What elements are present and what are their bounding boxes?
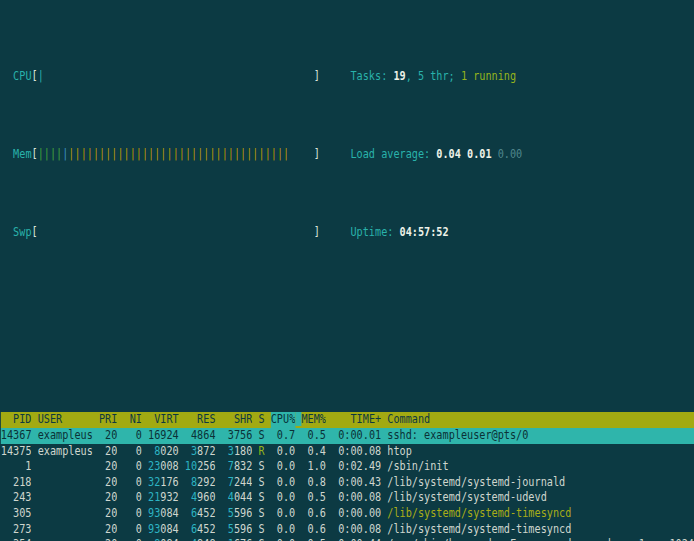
- time-cell: 0:00.43: [332, 475, 381, 491]
- pid-cell: 273: [1, 522, 32, 538]
- nice-cell: 0: [124, 475, 142, 491]
- cpu-meter-close-bracket: ]: [314, 69, 320, 83]
- column-header-time[interactable]: TIME+: [332, 412, 381, 428]
- tasks-running: 1 running: [461, 69, 516, 83]
- process-row[interactable]: 273 20 0 93084 6452 5596 S 0.0 0.6 0:00.…: [1, 522, 694, 538]
- pid-cell: 218: [1, 475, 32, 491]
- column-header-user[interactable]: USER: [38, 412, 93, 428]
- mem-percent-cell: 0.5: [301, 490, 326, 506]
- nice-cell: 0: [124, 537, 142, 541]
- process-row[interactable]: 354 20 0 8084 4848 1676 S 0.0 0.5 0:00.4…: [1, 537, 694, 541]
- blank-line: [1, 288, 694, 304]
- cpu-meter-line: CPU[|]Tasks: 19, 5 thr; 1 running: [1, 69, 694, 85]
- column-header-command[interactable]: Command: [387, 412, 694, 428]
- res-cell: 6452: [185, 522, 216, 538]
- virt-cell: 21932: [148, 490, 179, 506]
- mem-percent-cell: 0.5: [301, 428, 326, 444]
- process-row[interactable]: 305 20 0 93084 6452 5596 S 0.0 0.6 0:00.…: [1, 506, 694, 522]
- nice-cell: 0: [124, 522, 142, 538]
- htop-terminal-screen: CPU[|]Tasks: 19, 5 thr; 1 running Mem[||…: [0, 0, 694, 541]
- column-header-ni[interactable]: NI: [124, 412, 142, 428]
- uptime-label: Uptime:: [350, 225, 399, 239]
- priority-cell: 20: [99, 522, 117, 538]
- command-cell: /lib/systemd/systemd-timesyncd: [387, 522, 694, 538]
- mem-meter-label: Mem: [13, 147, 31, 161]
- mem-percent-cell: 0.6: [301, 522, 326, 538]
- load-fifteen: 0.00: [498, 147, 523, 161]
- mem-cache-bar: ||||||||||||||||||||||||||||||||||||: [68, 147, 289, 161]
- cpu-bar-fill: |: [38, 69, 44, 83]
- shr-cell: 5596: [222, 522, 253, 538]
- uptime-value: 04:57:52: [400, 225, 449, 239]
- res-cell: 4864: [185, 428, 216, 444]
- res-cell: 8292: [185, 475, 216, 491]
- process-row[interactable]: 14367 exampleus 20 0 16924 4864 3756 S 0…: [1, 428, 694, 444]
- cpu-percent-cell: 0.0: [271, 444, 296, 460]
- table-header-row: PID USER PRI NI VIRT RES SHR S CPU% MEM%…: [1, 412, 694, 428]
- load-five: 0.01: [467, 147, 498, 161]
- cpu-meter-label: CPU: [13, 69, 31, 83]
- mem-meter-line: Mem[||||||||||||||||||||||||||||||||||||…: [1, 147, 694, 163]
- swp-meter-close-bracket: ]: [314, 225, 320, 239]
- process-row[interactable]: 218 20 0 32176 8292 7244 S 0.0 0.8 0:00.…: [1, 475, 694, 491]
- res-cell: 3872: [185, 444, 216, 460]
- tasks-threads: 5 thr: [418, 69, 449, 83]
- uptime-stat: Uptime: 04:57:52: [350, 225, 448, 241]
- command-cell: sshd: exampleuser@pts/0: [387, 428, 694, 444]
- shr-cell: 3756: [222, 428, 253, 444]
- virt-cell: 16924: [148, 428, 179, 444]
- column-header-virt[interactable]: VIRT: [148, 412, 179, 428]
- cpu-percent-cell: 0.7: [271, 428, 296, 444]
- cpu-percent-cell: 0.0: [271, 506, 296, 522]
- shr-cell: 1676: [222, 537, 253, 541]
- command-cell: /lib/systemd/systemd-udevd: [387, 490, 694, 506]
- swp-meter-open-bracket: [: [32, 225, 38, 239]
- process-row[interactable]: 243 20 0 21932 4960 4044 S 0.0 0.5 0:00.…: [1, 490, 694, 506]
- virt-cell: 32176: [148, 475, 179, 491]
- virt-cell: 8020: [148, 444, 179, 460]
- priority-cell: 20: [99, 490, 117, 506]
- column-header-shr[interactable]: SHR: [222, 412, 253, 428]
- virt-cell: 23008: [148, 459, 179, 475]
- time-cell: 0:00.44: [332, 537, 381, 541]
- swp-meter-line: Swp[]Uptime: 04:57:52: [1, 225, 694, 241]
- column-header-pri[interactable]: PRI: [99, 412, 117, 428]
- pid-cell: 1: [1, 459, 32, 475]
- process-row[interactable]: 14375 exampleus 20 0 8020 3872 3180 R 0.…: [1, 444, 694, 460]
- cpu-percent-cell: 0.0: [271, 459, 296, 475]
- res-cell: 4848: [185, 537, 216, 541]
- process-table: PID USER PRI NI VIRT RES SHR S CPU% MEM%…: [1, 412, 694, 541]
- virt-cell: 93084: [148, 522, 179, 538]
- cpu-percent-cell: 0.0: [271, 522, 296, 538]
- column-header-pid[interactable]: PID: [1, 412, 32, 428]
- mem-meter-close-bracket: ]: [314, 147, 320, 161]
- load-one: 0.04: [436, 147, 467, 161]
- priority-cell: 20: [99, 537, 117, 541]
- mem-percent-cell: 0.8: [301, 475, 326, 491]
- tasks-stat: Tasks: 19, 5 thr; 1 running: [350, 69, 516, 85]
- res-cell: 6452: [185, 506, 216, 522]
- mem-percent-cell: 0.4: [301, 444, 326, 460]
- time-cell: 0:00.08: [332, 490, 381, 506]
- process-row[interactable]: 1 20 0 23008 10256 7832 S 0.0 1.0 0:02.4…: [1, 459, 694, 475]
- time-cell: 0:02.49: [332, 459, 381, 475]
- column-header-cpu[interactable]: CPU%: [271, 412, 296, 428]
- user-cell: exampleus: [38, 444, 93, 460]
- shr-cell: 3180: [222, 444, 253, 460]
- load-label: Load average:: [350, 147, 436, 161]
- nice-cell: 0: [124, 428, 142, 444]
- shr-cell: 7832: [222, 459, 253, 475]
- column-header-res[interactable]: RES: [185, 412, 216, 428]
- nice-cell: 0: [124, 490, 142, 506]
- swp-meter-label: Swp: [13, 225, 31, 239]
- command-cell: /lib/systemd/systemd-journald: [387, 475, 694, 491]
- user-cell: exampleus: [38, 428, 93, 444]
- mem-percent-cell: 0.5: [301, 537, 326, 541]
- priority-cell: 20: [99, 506, 117, 522]
- time-cell: 0:00.00: [332, 506, 381, 522]
- column-header-mem[interactable]: MEM%: [301, 412, 326, 428]
- pid-cell: 14375: [1, 444, 32, 460]
- priority-cell: 20: [99, 459, 117, 475]
- command-cell: /usr/sbin/haveged --Foreground --verbose…: [387, 537, 694, 541]
- mem-used-bar: ||||: [38, 147, 63, 161]
